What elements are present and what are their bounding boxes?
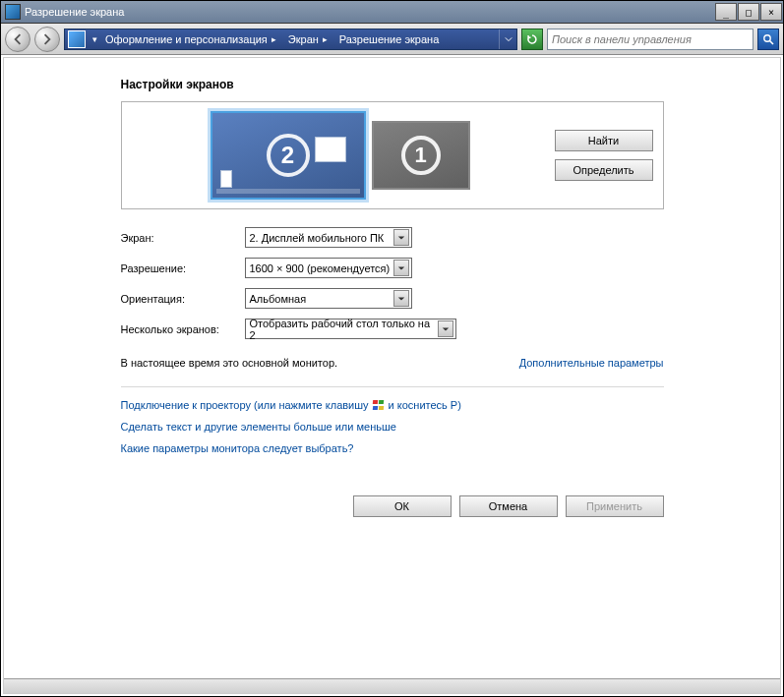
- breadcrumb-arrow-icon: ▸: [268, 34, 280, 44]
- projector-link-row: Подключение к проектору (или нажмите кла…: [121, 399, 664, 411]
- form-row-multiple: Несколько экранов: Отобразить рабочий ст…: [121, 319, 664, 339]
- windows-key-icon: [373, 400, 385, 411]
- monitors-panel: 2 1 Найти Определить: [121, 101, 664, 209]
- find-button[interactable]: Найти: [555, 130, 653, 151]
- minimize-icon: _: [723, 7, 729, 18]
- projector-link[interactable]: Подключение к проектору (или нажмите кла…: [121, 399, 369, 411]
- screen-label: Экран:: [121, 232, 245, 244]
- minimize-button[interactable]: _: [715, 3, 737, 21]
- monitor-2[interactable]: 2: [211, 111, 366, 200]
- multiple-select[interactable]: Отобразить рабочий стол только на 2: [245, 319, 456, 339]
- breadcrumb-item[interactable]: Экран▸: [284, 29, 335, 49]
- svg-point-0: [764, 34, 770, 40]
- detect-button[interactable]: Определить: [555, 159, 653, 181]
- orientation-select[interactable]: Альбомная: [245, 288, 412, 309]
- multiple-label: Несколько экранов:: [121, 323, 245, 335]
- breadcrumb-item[interactable]: Разрешение экрана: [335, 29, 443, 49]
- back-button[interactable]: [5, 27, 30, 52]
- breadcrumb-label: Оформление и персонализация: [105, 33, 268, 45]
- refresh-button[interactable]: [521, 29, 543, 50]
- cancel-button[interactable]: Отмена: [459, 495, 558, 517]
- resolution-label: Разрешение:: [121, 262, 245, 274]
- separator: [121, 386, 664, 387]
- statusbar: [4, 678, 780, 693]
- chevron-down-icon: [393, 229, 409, 246]
- address-dropdown[interactable]: [499, 29, 516, 49]
- settings-form: Экран: 2. Дисплей мобильного ПК Разрешен…: [121, 227, 664, 339]
- forward-arrow-icon: [41, 33, 53, 45]
- forward-button[interactable]: [34, 27, 60, 52]
- breadcrumb-label: Разрешение экрана: [339, 33, 439, 45]
- chevron-down-icon: [505, 35, 513, 43]
- orientation-select-value: Альбомная: [250, 293, 307, 305]
- monitor-number-label: 1: [414, 143, 426, 168]
- chevron-down-icon: [393, 260, 409, 276]
- maximize-icon: □: [746, 7, 752, 18]
- orientation-label: Ориентация:: [121, 293, 245, 305]
- search-button[interactable]: [757, 29, 779, 50]
- search-box: [547, 29, 754, 50]
- resolution-select-value: 1600 × 900 (рекомендуется): [250, 262, 391, 274]
- close-button[interactable]: ×: [760, 3, 782, 21]
- page-heading: Настройки экранов: [121, 78, 664, 91]
- projector-link-suffix[interactable]: и коснитесь P): [389, 399, 461, 411]
- window-buttons: _ □ ×: [715, 1, 783, 23]
- content: Настройки экранов 2 1 Найти Определить: [121, 78, 664, 517]
- search-input[interactable]: [548, 33, 753, 45]
- apply-button[interactable]: Применить: [566, 495, 664, 517]
- window-preview-icon: [315, 137, 346, 162]
- app-icon: [5, 4, 21, 20]
- breadcrumb-label: Экран: [288, 33, 319, 45]
- advanced-settings-link[interactable]: Дополнительные параметры: [519, 357, 664, 369]
- text-size-link[interactable]: Сделать текст и другие элементы больше и…: [121, 421, 396, 433]
- close-icon: ×: [768, 7, 774, 18]
- status-row: В настоящее время это основной монитор. …: [121, 357, 664, 378]
- window-title: Разрешение экрана: [25, 6, 715, 18]
- chevron-down-icon: [393, 290, 409, 307]
- svg-line-1: [770, 40, 774, 44]
- window-preview-icon: [220, 170, 232, 188]
- resolution-select[interactable]: 1600 × 900 (рекомендуется): [245, 258, 412, 278]
- monitor-number-label: 2: [281, 142, 294, 169]
- screen-select-value: 2. Дисплей мобильного ПК: [250, 232, 385, 244]
- form-row-orientation: Ориентация: Альбомная: [121, 288, 664, 309]
- monitor-1[interactable]: 1: [372, 121, 470, 190]
- monitor-side-buttons: Найти Определить: [555, 130, 653, 181]
- primary-monitor-status: В настоящее время это основной монитор.: [121, 357, 338, 369]
- content-panel: Настройки экранов 2 1 Найти Определить: [3, 57, 781, 694]
- back-arrow-icon: [12, 33, 24, 45]
- titlebar: Разрешение экрана _ □ ×: [1, 1, 783, 24]
- breadcrumb-item[interactable]: Оформление и персонализация▸: [101, 29, 284, 49]
- multiple-select-value: Отобразить рабочий стол только на 2: [250, 318, 438, 341]
- breadcrumb-root-dropdown[interactable]: ▾: [89, 34, 101, 44]
- breadcrumb-bar[interactable]: ▾ Оформление и персонализация▸ Экран▸ Ра…: [64, 29, 517, 50]
- screen-select[interactable]: 2. Дисплей мобильного ПК: [245, 227, 412, 248]
- footer-buttons: ОК Отмена Применить: [121, 495, 664, 517]
- ok-button[interactable]: ОК: [353, 495, 452, 517]
- monitor-number: 2: [267, 134, 310, 177]
- refresh-icon: [526, 33, 538, 45]
- chevron-down-icon: [438, 320, 453, 337]
- taskbar-preview: [216, 189, 360, 194]
- which-monitor-link[interactable]: Какие параметры монитора следует выбрать…: [121, 442, 354, 454]
- control-panel-icon: [68, 30, 86, 48]
- form-row-screen: Экран: 2. Дисплей мобильного ПК: [121, 227, 664, 248]
- monitors-area[interactable]: 2 1: [132, 111, 555, 200]
- search-icon: [762, 33, 774, 45]
- maximize-button[interactable]: □: [738, 3, 759, 21]
- form-row-resolution: Разрешение: 1600 × 900 (рекомендуется): [121, 258, 664, 278]
- navbar: ▾ Оформление и персонализация▸ Экран▸ Ра…: [1, 24, 783, 55]
- monitor-number: 1: [401, 136, 441, 175]
- breadcrumb-arrow-icon: ▸: [319, 34, 332, 44]
